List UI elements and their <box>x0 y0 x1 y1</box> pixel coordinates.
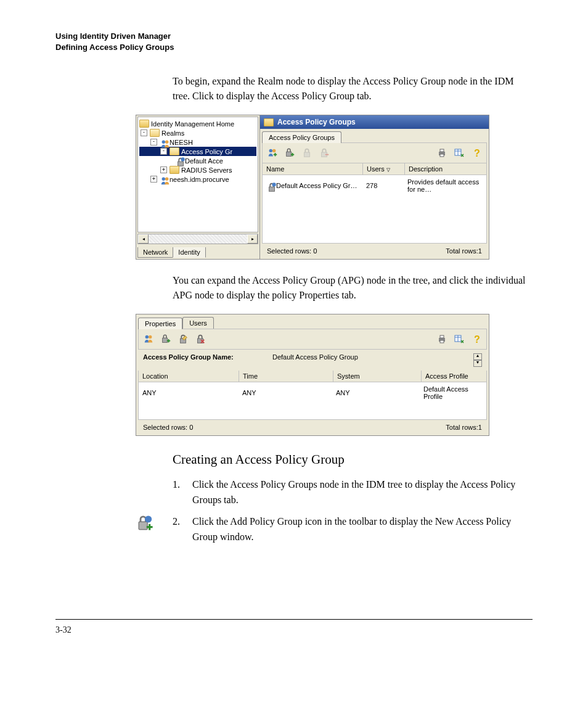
users-icon <box>160 175 168 183</box>
step-2: 2. Click the Add Policy Group icon in th… <box>173 514 533 545</box>
name-row: Access Policy Group Name: Default Access… <box>138 350 487 371</box>
svg-rect-36 <box>440 340 444 343</box>
col-system[interactable]: System <box>333 371 422 382</box>
add-policy-group-icon <box>136 514 154 533</box>
svg-point-26 <box>149 335 152 339</box>
grid-body[interactable]: ANY ANY ANY Default Access Profile <box>138 382 487 420</box>
expand-icon[interactable]: + <box>160 166 167 173</box>
add-user-group-icon[interactable] <box>142 333 155 345</box>
selected-rows: Selected rows: 0 <box>267 247 317 255</box>
status-bar: Selected rows: 0 Total rows:1 <box>262 245 487 257</box>
svg-rect-44 <box>149 524 150 530</box>
svg-point-5 <box>165 178 168 181</box>
svg-text:?: ? <box>474 334 480 344</box>
delete-policy-icon <box>318 147 330 159</box>
print-icon[interactable] <box>436 333 448 345</box>
lock-icon <box>175 157 183 165</box>
svg-rect-17 <box>440 149 444 152</box>
step-text: Click the Add Policy Group icon in the t… <box>192 514 520 545</box>
expand-icon[interactable]: + <box>150 176 157 183</box>
grid-header: Location Time System Access Profile <box>138 371 487 382</box>
col-time[interactable]: Time <box>239 371 333 382</box>
section-title: Creating an Access Policy Group <box>173 452 533 467</box>
intro-paragraph-1: To begin, expand the Realm node to displ… <box>173 74 533 104</box>
select-columns-icon[interactable] <box>453 333 465 345</box>
tab-identity[interactable]: Identity <box>173 247 205 258</box>
scroll-right-button[interactable]: ▸ <box>247 234 258 244</box>
svg-point-1 <box>165 141 168 144</box>
tree-default-access[interactable]: Default Acce <box>185 157 223 165</box>
tree-pane: Identity Management Home -Realms - NEESH… <box>136 115 260 259</box>
step-number: 2. <box>173 514 185 545</box>
step-text: Click the Access Policy Groups node in t… <box>192 477 520 508</box>
scroll-left-button[interactable]: ◂ <box>138 234 149 244</box>
svg-point-4 <box>162 178 165 181</box>
page-number: 3-32 <box>55 625 533 635</box>
tab-properties[interactable]: Properties <box>138 318 182 329</box>
total-rows: Total rows:1 <box>446 424 482 431</box>
select-columns-icon[interactable] <box>453 147 465 159</box>
collapse-icon[interactable]: - <box>141 129 147 136</box>
tab-network[interactable]: Network <box>137 247 173 258</box>
users-icon <box>160 138 168 146</box>
edit-policy-icon <box>301 147 313 159</box>
print-icon[interactable] <box>436 147 448 159</box>
panel-title: Access Policy Groups <box>277 118 356 126</box>
table-row[interactable]: ANY ANY ANY Default Access Profile <box>139 382 486 403</box>
grid-body[interactable]: Default Access Policy Gr… 278 Provides d… <box>262 175 487 244</box>
svg-rect-29 <box>168 339 169 342</box>
tree-realms[interactable]: Realms <box>161 129 184 137</box>
toolbar: ? <box>262 142 487 163</box>
status-bar: Selected rows: 0 Total rows:1 <box>138 421 487 433</box>
collapse-icon[interactable]: - <box>160 148 167 155</box>
tree-neesh-idm[interactable]: neesh.idm.procurve <box>169 176 229 183</box>
svg-rect-27 <box>163 339 168 343</box>
step-number: 1. <box>173 477 185 508</box>
svg-rect-10 <box>287 152 292 157</box>
svg-point-3 <box>181 158 184 162</box>
footer-rule <box>55 619 533 620</box>
tab-users[interactable]: Users <box>182 317 214 329</box>
svg-point-24 <box>272 183 276 186</box>
svg-rect-41 <box>139 522 147 530</box>
add-policy-group-icon[interactable] <box>160 333 172 345</box>
col-location[interactable]: Location <box>139 371 239 382</box>
horizontal-scrollbar[interactable]: ◂ ▸ <box>137 234 258 244</box>
tree-body[interactable]: Identity Management Home -Realms - NEESH… <box>137 117 258 232</box>
svg-rect-23 <box>269 187 275 191</box>
tree-apg[interactable]: Access Policy Gr <box>181 148 232 155</box>
edit-policy-icon[interactable] <box>177 333 189 345</box>
tree-neesh[interactable]: NEESH <box>169 139 193 146</box>
col-description[interactable]: Description <box>405 163 486 174</box>
figure-1: Identity Management Home -Realms - NEESH… <box>136 115 533 260</box>
step-1: 1. Click the Access Policy Groups node i… <box>173 477 533 508</box>
intro-paragraph-2: You can expand the Access Policy Group (… <box>173 273 533 303</box>
spin-down-icon[interactable]: ▼ <box>473 360 482 367</box>
tree-radius[interactable]: RADIUS Servers <box>181 166 232 174</box>
svg-point-42 <box>145 515 152 522</box>
add-policy-group-icon[interactable] <box>284 147 296 159</box>
help-icon[interactable]: ? <box>470 147 483 159</box>
selected-rows: Selected rows: 0 <box>143 424 193 431</box>
svg-point-25 <box>145 335 149 339</box>
delete-policy-icon[interactable] <box>194 333 206 345</box>
col-access-profile[interactable]: Access Profile <box>422 371 486 382</box>
header-line-2: Defining Access Policy Groups <box>55 42 533 53</box>
tab-access-policy-groups[interactable]: Access Policy Groups <box>262 131 341 143</box>
tree-root[interactable]: Identity Management Home <box>151 120 234 128</box>
collapse-icon[interactable]: - <box>150 139 157 146</box>
add-user-group-icon[interactable] <box>266 147 279 159</box>
spin-up-icon[interactable]: ▲ <box>473 353 482 360</box>
order-spinner[interactable]: ▲ ▼ <box>473 353 482 367</box>
folder-icon <box>264 118 274 126</box>
col-users[interactable]: Users ▽ <box>363 163 405 174</box>
table-row[interactable]: Default Access Policy Gr… 278 Provides d… <box>263 175 486 196</box>
lock-icon <box>266 182 274 190</box>
svg-text:?: ? <box>474 148 480 158</box>
col-name[interactable]: Name <box>263 163 363 174</box>
grid-header: Name Users ▽ Description <box>262 163 487 175</box>
total-rows: Total rows:1 <box>446 247 482 255</box>
help-icon[interactable]: ? <box>470 333 483 345</box>
svg-rect-18 <box>440 154 444 157</box>
panel-titlebar: Access Policy Groups <box>260 115 489 129</box>
